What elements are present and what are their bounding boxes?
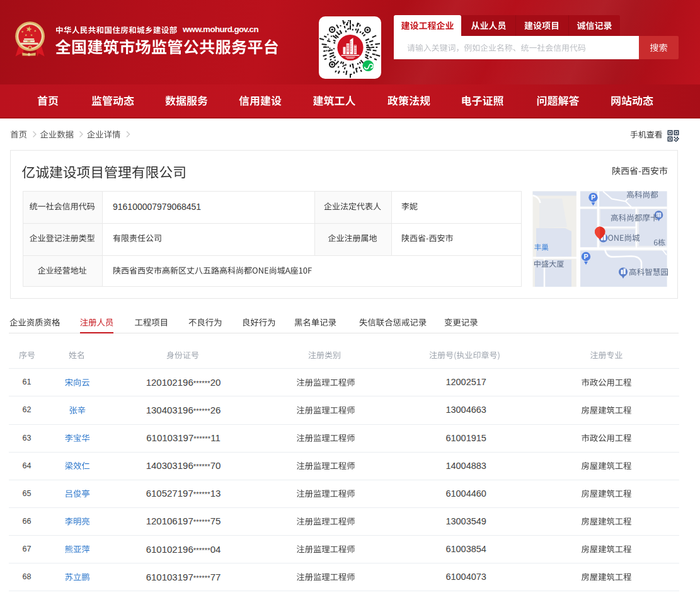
svg-text:P: P <box>583 253 588 260</box>
svg-text:P: P <box>591 194 595 201</box>
